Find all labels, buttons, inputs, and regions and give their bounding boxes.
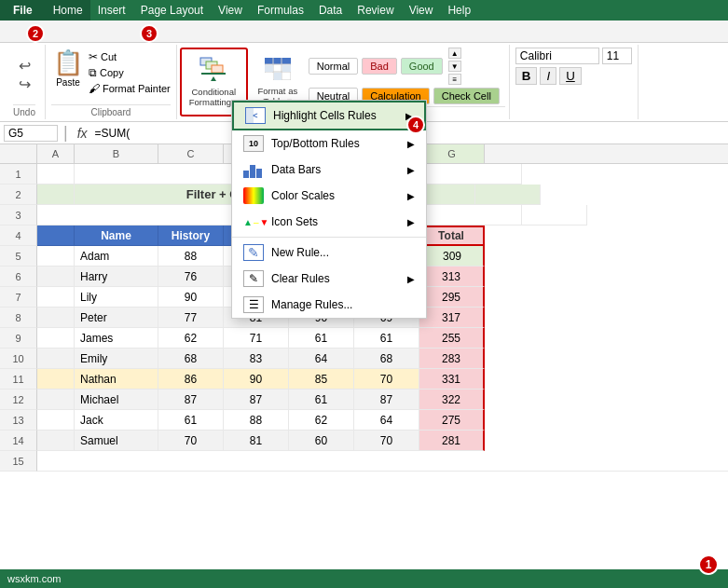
cell-a1[interactable] bbox=[37, 164, 75, 185]
cell-math-9[interactable]: 61 bbox=[354, 328, 419, 349]
cell-math-10[interactable]: 68 bbox=[354, 349, 419, 369]
italic-button[interactable]: I bbox=[540, 67, 556, 85]
cell-a14[interactable] bbox=[37, 431, 75, 451]
style-neutral[interactable]: Neutral bbox=[309, 88, 358, 104]
cell-biology-13[interactable]: 62 bbox=[289, 410, 354, 431]
style-bad[interactable]: Bad bbox=[362, 58, 397, 75]
cell-biology-12[interactable]: 61 bbox=[289, 390, 354, 410]
cell-biology-6[interactable]: 74 bbox=[289, 267, 354, 287]
cell-history-8[interactable]: 77 bbox=[158, 308, 224, 328]
cell-history-11[interactable]: 86 bbox=[158, 369, 224, 390]
cell-history-6[interactable]: 76 bbox=[158, 267, 224, 287]
cell-total-6[interactable]: 313 bbox=[419, 267, 485, 287]
cell-a5[interactable] bbox=[37, 246, 75, 267]
menu-review[interactable]: Review bbox=[350, 0, 401, 21]
cell-math-13[interactable]: 64 bbox=[354, 410, 419, 431]
menu-view2[interactable]: View bbox=[402, 0, 441, 21]
style-calculation[interactable]: Calculation bbox=[362, 88, 429, 104]
header-name[interactable]: Name bbox=[75, 226, 158, 246]
cell-name-12[interactable]: Michael bbox=[75, 390, 158, 410]
cell-name-5[interactable]: Adam bbox=[75, 246, 158, 267]
style-normal[interactable]: Normal bbox=[309, 58, 358, 75]
cell-a9[interactable] bbox=[37, 328, 75, 349]
cell-physics-8[interactable]: 81 bbox=[224, 308, 289, 328]
cell-physics-6[interactable]: 77 bbox=[224, 267, 289, 287]
font-size-input[interactable] bbox=[602, 48, 632, 64]
style-check-cell[interactable]: Check Cell bbox=[433, 88, 500, 104]
cell-total-10[interactable]: 283 bbox=[419, 349, 485, 369]
undo-button[interactable]: ↩ bbox=[11, 57, 37, 74]
cell-biology-8[interactable]: 90 bbox=[289, 308, 354, 328]
cell-physics-12[interactable]: 87 bbox=[224, 390, 289, 410]
cell-b1[interactable] bbox=[75, 164, 522, 185]
cell-physics-7[interactable]: 73 bbox=[224, 287, 289, 308]
header-physics[interactable]: Physics bbox=[224, 226, 289, 246]
cell-physics-14[interactable]: 81 bbox=[224, 431, 289, 451]
cell-a11[interactable] bbox=[37, 369, 75, 390]
cell-name-7[interactable]: Lily bbox=[75, 287, 158, 308]
cell-history-14[interactable]: 70 bbox=[158, 431, 224, 451]
cell-history-5[interactable]: 88 bbox=[158, 246, 224, 267]
cell-name-8[interactable]: Peter bbox=[75, 308, 158, 328]
style-good[interactable]: Good bbox=[401, 58, 443, 75]
cell-a10[interactable] bbox=[37, 349, 75, 369]
header-history[interactable]: History bbox=[158, 226, 224, 246]
cell-physics-10[interactable]: 83 bbox=[224, 349, 289, 369]
cell-physics-5[interactable]: 72 bbox=[224, 246, 289, 267]
cell-name-13[interactable]: Jack bbox=[75, 410, 158, 431]
cell-a12[interactable] bbox=[37, 390, 75, 410]
cell-name-11[interactable]: Nathan bbox=[75, 369, 158, 390]
cell-a2[interactable] bbox=[37, 185, 75, 205]
cell-biology-7[interactable]: 69 bbox=[289, 287, 354, 308]
header-biology[interactable]: Biology bbox=[289, 226, 354, 246]
cell-math-11[interactable]: 70 bbox=[354, 369, 419, 390]
cell-total-14[interactable]: 281 bbox=[419, 431, 485, 451]
cell-name-6[interactable]: Harry bbox=[75, 267, 158, 287]
cell-total-7[interactable]: 295 bbox=[419, 287, 485, 308]
cell-math-14[interactable]: 70 bbox=[354, 431, 419, 451]
cell-name-14[interactable]: Samuel bbox=[75, 431, 158, 451]
menu-formulas[interactable]: Formulas bbox=[250, 0, 311, 21]
styles-scroll-down[interactable]: ▼ bbox=[448, 61, 461, 72]
cell-a13[interactable] bbox=[37, 410, 75, 431]
menu-home[interactable]: Home bbox=[46, 0, 90, 21]
cell-physics-13[interactable]: 88 bbox=[224, 410, 289, 431]
cell-history-7[interactable]: 90 bbox=[158, 287, 224, 308]
cell-name-9[interactable]: James bbox=[75, 328, 158, 349]
header-total[interactable]: Total bbox=[419, 226, 485, 246]
cell-name-10[interactable]: Emily bbox=[75, 349, 158, 369]
cell-g3[interactable] bbox=[522, 205, 587, 226]
cell-history-10[interactable]: 68 bbox=[158, 349, 224, 369]
cell-history-13[interactable]: 61 bbox=[158, 410, 224, 431]
format-as-table-button[interactable]: Format asTable ▾ bbox=[251, 45, 305, 119]
format-painter-button[interactable]: 🖌 Format Painter bbox=[89, 82, 171, 95]
cell-biology-11[interactable]: 85 bbox=[289, 369, 354, 390]
cell-math-6[interactable]: 86 bbox=[354, 267, 419, 287]
cell-total-5[interactable]: 309 bbox=[419, 246, 485, 267]
cell-math-7[interactable]: 63 bbox=[354, 287, 419, 308]
cell-math-5[interactable]: 67 bbox=[354, 246, 419, 267]
cell-a4[interactable] bbox=[37, 226, 75, 246]
redo-button[interactable]: ↪ bbox=[11, 75, 37, 92]
cell-biology-9[interactable]: 61 bbox=[289, 328, 354, 349]
cell-15[interactable] bbox=[37, 451, 728, 472]
paste-button[interactable]: 📋 Paste bbox=[51, 47, 85, 89]
cell-biology-10[interactable]: 64 bbox=[289, 349, 354, 369]
cell-total-8[interactable]: 317 bbox=[419, 308, 485, 328]
cell-total-11[interactable]: 331 bbox=[419, 369, 485, 390]
menu-page-layout[interactable]: Page Layout bbox=[133, 0, 211, 21]
cell-math-12[interactable]: 87 bbox=[354, 390, 419, 410]
styles-scroll-up[interactable]: ▲ bbox=[448, 48, 461, 59]
menu-view[interactable]: View bbox=[211, 0, 250, 21]
cell-b3[interactable] bbox=[37, 205, 522, 226]
bold-button[interactable]: B bbox=[515, 67, 538, 85]
menu-file[interactable]: File bbox=[0, 0, 46, 21]
cell-g2[interactable] bbox=[475, 185, 541, 205]
cell-a6[interactable] bbox=[37, 267, 75, 287]
header-math[interactable]: Math bbox=[354, 226, 419, 246]
cell-total-13[interactable]: 275 bbox=[419, 410, 485, 431]
underline-button[interactable]: U bbox=[559, 67, 582, 85]
cell-reference[interactable] bbox=[4, 125, 58, 142]
cut-button[interactable]: ✂ Cut bbox=[89, 50, 171, 63]
font-name-input[interactable] bbox=[515, 48, 599, 64]
